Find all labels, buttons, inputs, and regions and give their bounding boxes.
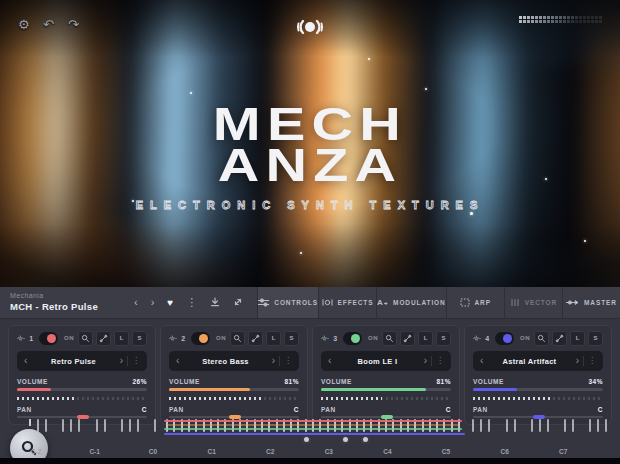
pan-value: C — [446, 406, 451, 413]
volume-fill — [169, 388, 250, 391]
selector-prev-icon[interactable]: ‹ — [176, 356, 179, 366]
prev-preset-icon[interactable]: ‹ — [134, 297, 138, 308]
solo-button[interactable]: S — [132, 331, 147, 346]
dot — [595, 20, 598, 23]
next-preset-icon[interactable]: › — [151, 297, 155, 308]
channel-number: 2 — [181, 335, 185, 342]
selector-value[interactable]: Retro Pulse — [31, 357, 115, 366]
key-tick — [137, 419, 139, 432]
channel-on-toggle[interactable] — [39, 332, 58, 345]
solo-button[interactable]: S — [284, 331, 299, 346]
selector-prev-icon[interactable]: ‹ — [480, 356, 483, 366]
undo-icon[interactable]: ↶ — [43, 18, 54, 31]
volume-slider[interactable] — [17, 388, 147, 391]
tab-master[interactable]: MASTER — [562, 287, 620, 318]
dot — [535, 16, 538, 19]
latch-button[interactable]: L — [570, 331, 585, 346]
preset-info[interactable]: Mechania MCH - Retro Pulse — [0, 287, 126, 318]
preview-loupe-button[interactable] — [78, 331, 93, 346]
selector-menu-icon[interactable]: ⋮ — [436, 357, 444, 365]
preset-selector: ‹ Stereo Bass › ⋮ — [169, 351, 299, 371]
selector-value[interactable]: Stereo Bass — [183, 357, 267, 366]
tab-arp[interactable]: ARP — [446, 287, 504, 318]
latch-button[interactable]: L — [266, 331, 281, 346]
channel-strip-3: 3 ON L S ‹ Boom LE I › ⋮ VOLUME 81% — [312, 325, 460, 425]
selector-divider — [583, 356, 584, 366]
dot-grid-decoration — [519, 16, 602, 23]
preset-name[interactable]: MCH - Retro Pulse — [10, 301, 126, 312]
more-options-icon[interactable]: ⋮ — [186, 297, 197, 308]
tab-controls[interactable]: CONTROLS — [257, 287, 318, 318]
save-download-icon[interactable] — [210, 297, 220, 309]
route-button[interactable] — [552, 331, 567, 346]
keyboard-ruler[interactable]: C-2C-1C0C1C2C3C4C5C6C7 — [0, 416, 620, 458]
range-handle[interactable] — [302, 435, 311, 444]
selector-prev-icon[interactable]: ‹ — [24, 356, 27, 366]
expand-icon[interactable] — [233, 297, 243, 309]
control-panel: Mechania MCH - Retro Pulse ‹ › ♥ ⋮ CONTR… — [0, 287, 620, 458]
route-button[interactable] — [96, 331, 111, 346]
sparkle — [368, 58, 370, 60]
range-handle[interactable] — [361, 435, 370, 444]
dot — [591, 20, 594, 23]
volume-slider[interactable] — [473, 388, 603, 391]
selector-next-icon[interactable]: › — [272, 356, 275, 366]
svg-text:A: A — [377, 298, 384, 307]
selector-menu-icon[interactable]: ⋮ — [588, 357, 596, 365]
selector-menu-icon[interactable]: ⋮ — [284, 357, 292, 365]
channel-on-toggle[interactable] — [191, 332, 210, 345]
volume-slider[interactable] — [169, 388, 299, 391]
tab-vector-label: VECTOR — [525, 299, 557, 306]
dot — [595, 16, 598, 19]
tab-modulation[interactable]: A MODULATION — [376, 287, 446, 318]
dot — [563, 16, 566, 19]
pan-label: PAN — [321, 406, 336, 413]
selector-next-icon[interactable]: › — [576, 356, 579, 366]
waveform-icon — [321, 333, 329, 344]
tab-vector[interactable]: VECTOR — [504, 287, 562, 318]
channel-on-toggle[interactable] — [495, 332, 514, 345]
solo-button[interactable]: S — [588, 331, 603, 346]
dot — [527, 20, 530, 23]
selector-prev-icon[interactable]: ‹ — [328, 356, 331, 366]
brand-logo-icon — [291, 17, 329, 37]
channel-range-bar-2 — [167, 424, 458, 426]
latch-button[interactable]: L — [418, 331, 433, 346]
waveform-icon — [17, 333, 25, 344]
key-tick — [514, 419, 516, 432]
dot — [567, 20, 570, 23]
range-handle[interactable] — [341, 435, 350, 444]
channel-strips: 1 ON L S ‹ Retro Pulse › ⋮ VOLUME 26% — [0, 319, 620, 429]
settings-gear-icon[interactable]: ⚙ — [18, 18, 30, 31]
selector-value[interactable]: Boom LE I — [335, 357, 419, 366]
octave-label: C-1 — [89, 448, 99, 455]
preview-loupe-button[interactable] — [534, 331, 549, 346]
channel-number: 3 — [333, 335, 337, 342]
tab-effects[interactable]: EFFECTS — [318, 287, 376, 318]
selector-next-icon[interactable]: › — [424, 356, 427, 366]
preview-loupe-button[interactable] — [382, 331, 397, 346]
dot — [591, 16, 594, 19]
dot — [579, 20, 582, 23]
key-tick — [129, 419, 131, 432]
selector-value[interactable]: Astral Artifact — [487, 357, 571, 366]
selector-menu-icon[interactable]: ⋮ — [132, 357, 140, 365]
solo-button[interactable]: S — [436, 331, 451, 346]
channel-on-toggle[interactable] — [343, 332, 362, 345]
latch-button[interactable]: L — [114, 331, 129, 346]
selector-next-icon[interactable]: › — [120, 356, 123, 366]
pan-value: C — [142, 406, 147, 413]
dot — [587, 16, 590, 19]
preset-selector: ‹ Astral Artifact › ⋮ — [473, 351, 603, 371]
key-tick — [37, 419, 39, 432]
preview-loupe-button[interactable] — [230, 331, 245, 346]
route-button[interactable] — [248, 331, 263, 346]
volume-slider[interactable] — [321, 388, 451, 391]
dot — [519, 20, 522, 23]
route-button[interactable] — [400, 331, 415, 346]
tick-meter-bright — [321, 397, 382, 400]
favorite-heart-icon[interactable]: ♥ — [167, 298, 173, 308]
key-tick — [572, 419, 574, 432]
redo-icon[interactable]: ↷ — [68, 18, 79, 31]
volume-fill — [473, 388, 517, 391]
